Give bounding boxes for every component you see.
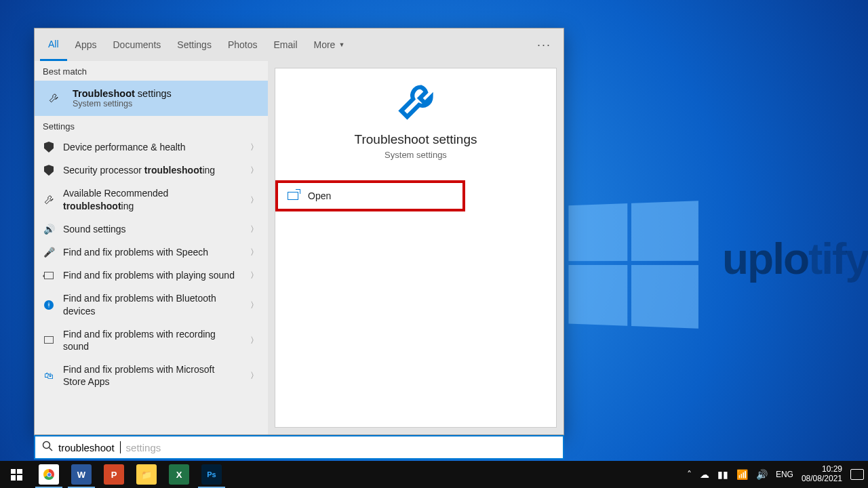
section-settings: Settings (35, 116, 268, 136)
tab-settings[interactable]: Settings (169, 28, 220, 61)
start-button[interactable] (0, 461, 33, 488)
item-available-troubleshooting[interactable]: Available Recommended troubleshooting 〉 (35, 182, 268, 217)
shield-icon (43, 142, 55, 152)
shield-icon (43, 165, 55, 176)
taskbar-explorer[interactable]: 📁 (130, 461, 163, 488)
item-playing-sound[interactable]: Find and fix problems with playing sound… (35, 264, 268, 287)
search-typed-text: troubleshoot (58, 442, 115, 453)
tab-more-label: More (314, 39, 336, 50)
chevron-right-icon: 〉 (250, 299, 258, 310)
tab-documents[interactable]: Documents (104, 28, 169, 61)
item-recording-sound[interactable]: Find and fix problems with recording sou… (35, 323, 268, 358)
wrench-icon (395, 82, 436, 123)
item-label: Available Recommended troubleshooting (63, 187, 239, 211)
notifications-icon[interactable] (850, 469, 864, 480)
watermark-a: uplo (722, 235, 808, 283)
item-label: Device performance & health (63, 141, 186, 153)
item-sound-settings[interactable]: 🔊 Sound settings 〉 (35, 218, 268, 241)
taskbar: W P 📁 X Ps ˄ ☁ ▮▮ 📶 🔊 ENG 10:29 08/08/20… (0, 461, 868, 488)
taskbar-word[interactable]: W (65, 461, 98, 488)
microphone-icon: 🎤 (43, 247, 55, 258)
tab-more[interactable]: More▼ (306, 28, 353, 61)
preview-title: Troubleshoot settings (355, 132, 477, 147)
tray-clock[interactable]: 10:29 08/08/2021 (802, 465, 842, 484)
chevron-right-icon: 〉 (250, 247, 258, 258)
open-external-icon (288, 192, 298, 200)
tray-onedrive-icon[interactable]: ☁ (700, 469, 709, 480)
chevron-right-icon: 〉 (250, 165, 258, 176)
chevron-right-icon: 〉 (250, 194, 258, 205)
system-tray: ˄ ☁ ▮▮ 📶 🔊 ENG 10:29 08/08/2021 (687, 461, 868, 488)
best-match-sub: System settings (73, 99, 172, 108)
wrench-icon (43, 87, 64, 109)
svg-point-0 (43, 442, 50, 449)
open-button[interactable]: Open (275, 180, 465, 211)
preview-pane: Troubleshoot settings System settings Op… (275, 68, 557, 428)
best-match-title-rest: settings (135, 88, 172, 99)
text-cursor (120, 441, 121, 453)
tray-battery-icon[interactable]: ▮▮ (717, 469, 728, 480)
tab-photos[interactable]: Photos (220, 28, 266, 61)
tray-date: 08/08/2021 (802, 474, 842, 484)
taskbar-photoshop[interactable]: Ps (195, 461, 228, 488)
tab-email[interactable]: Email (265, 28, 305, 61)
open-label: Open (308, 190, 331, 201)
item-label: Find and fix problems with Microsoft Sto… (63, 363, 239, 388)
tray-chevron-up-icon[interactable]: ˄ (687, 469, 692, 480)
taskbar-excel[interactable]: X (163, 461, 195, 488)
watermark-b: tify (808, 235, 868, 283)
search-input[interactable]: troubleshoot settings (34, 435, 564, 460)
search-icon (42, 441, 53, 454)
play-icon (43, 272, 55, 279)
item-speech[interactable]: 🎤 Find and fix problems with Speech 〉 (35, 241, 268, 264)
taskbar-apps: W P 📁 X Ps (33, 461, 228, 488)
best-match-title-bold: Troubleshoot (73, 88, 135, 99)
taskbar-powerpoint[interactable]: P (98, 461, 130, 488)
more-options-button[interactable]: ··· (537, 28, 551, 61)
chevron-right-icon: 〉 (250, 142, 258, 153)
wrench-icon (43, 195, 55, 205)
item-label: Sound settings (63, 223, 126, 235)
tray-language[interactable]: ENG (776, 470, 793, 479)
bluetooth-icon: ᚼ (43, 300, 55, 310)
item-bluetooth[interactable]: ᚼ Find and fix problems with Bluetooth d… (35, 287, 268, 322)
item-label: Find and fix problems with playing sound (63, 269, 235, 281)
tray-volume-icon[interactable]: 🔊 (756, 469, 768, 480)
results-list: Best match Troubleshoot settings System … (35, 61, 268, 434)
tray-time: 10:29 (802, 465, 842, 474)
taskbar-chrome[interactable] (33, 461, 65, 488)
best-match-text: Troubleshoot settings System settings (73, 88, 172, 108)
preview-pane-container: Troubleshoot settings System settings Op… (268, 61, 564, 434)
item-device-performance[interactable]: Device performance & health 〉 (35, 136, 268, 159)
search-main: Best match Troubleshoot settings System … (35, 61, 564, 434)
caret-down-icon: ▼ (338, 41, 344, 48)
speaker-icon: 🔊 (43, 224, 55, 235)
store-icon: 🛍 (43, 370, 55, 381)
section-best-match: Best match (35, 61, 268, 81)
chevron-right-icon: 〉 (250, 223, 258, 235)
windows-icon (11, 469, 22, 481)
record-icon (43, 336, 55, 344)
chevron-right-icon: 〉 (250, 334, 258, 346)
svg-line-1 (50, 448, 53, 451)
chevron-right-icon: 〉 (250, 370, 258, 382)
item-security-processor[interactable]: Security processor troubleshooting 〉 (35, 159, 268, 182)
tab-all[interactable]: All (40, 28, 67, 61)
item-store-apps[interactable]: 🛍 Find and fix problems with Microsoft S… (35, 358, 268, 393)
search-suggestion: settings (126, 442, 161, 453)
windows-desktop-logo (568, 201, 697, 327)
item-label: Security processor troubleshooting (63, 164, 215, 176)
chevron-right-icon: 〉 (250, 270, 258, 281)
tray-wifi-icon[interactable]: 📶 (736, 469, 748, 480)
watermark: uplotify (722, 234, 868, 284)
item-label: Find and fix problems with recording sou… (63, 328, 239, 352)
item-label: Find and fix problems with Bluetooth dev… (63, 292, 239, 317)
tab-apps[interactable]: Apps (67, 28, 105, 61)
best-match-item[interactable]: Troubleshoot settings System settings (35, 81, 268, 116)
preview-subtitle: System settings (384, 150, 447, 160)
start-search-panel: All Apps Documents Settings Photos Email… (34, 28, 564, 435)
item-label: Find and fix problems with Speech (63, 246, 208, 258)
search-filter-tabs: All Apps Documents Settings Photos Email… (35, 28, 564, 61)
